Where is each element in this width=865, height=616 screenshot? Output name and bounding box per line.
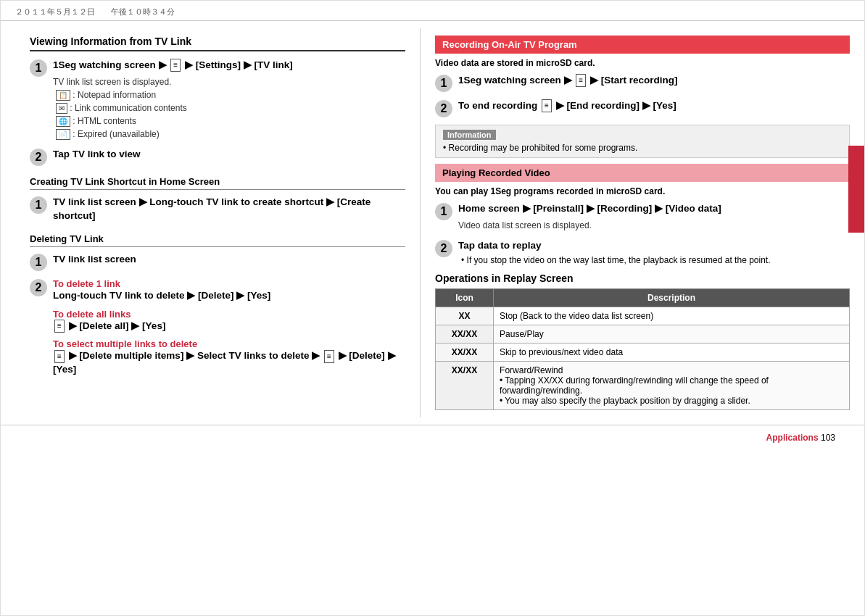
play-step-1: 1 Home screen ▶ [Preinstall] ▶ [Recordin… xyxy=(435,202,850,232)
menu-icon-4: ≡ xyxy=(324,350,334,363)
footer-page: 103 xyxy=(821,433,835,443)
step-4-main: TV link list screen xyxy=(53,253,405,267)
page-footer: Applications 103 xyxy=(1,425,864,450)
step-num-1: 1 xyxy=(30,59,47,77)
ops-desc-1: Stop (Back to the video data list screen… xyxy=(494,307,850,325)
footer-app-label: Applications xyxy=(766,433,819,443)
step-4-content: TV link list screen xyxy=(53,253,405,267)
ops-title: Operations in Replay Screen xyxy=(435,272,850,284)
table-row: XX/XX Forward/Rewind • Tapping XX/XX dur… xyxy=(436,361,850,409)
playing-sub: You can play 1Seg programs recorded in m… xyxy=(435,186,850,196)
ops-table: Icon Description XX Stop (Back to the vi… xyxy=(435,288,850,410)
play-step-1-main: Home screen ▶ [Preinstall] ▶ [Recording]… xyxy=(458,202,850,216)
rec-step-2-content: To end recording ≡ ▶ [End recording] ▶ [… xyxy=(458,99,850,113)
play-step-1-content: Home screen ▶ [Preinstall] ▶ [Recording]… xyxy=(458,202,850,232)
playing-section-header: Playing Recorded Video xyxy=(435,164,850,182)
step-num-3: 1 xyxy=(30,196,47,214)
rec-step-1: 1 1Seg watching screen ▶ ≡ ▶ [Start reco… xyxy=(435,74,850,92)
play-step-2-content: Tap data to replay If you stop the video… xyxy=(458,239,850,265)
step-1: 1 1Seg watching screen ▶ ≡ ▶ [Settings] … xyxy=(30,59,405,141)
ops-desc-3: Skip to previous/next video data xyxy=(494,343,850,361)
delete-all-text: ≡ ▶ [Delete all] ▶ [Yes] xyxy=(53,320,405,333)
table-row: XX Stop (Back to the video data list scr… xyxy=(436,307,850,325)
step-3: 1 TV link list screen ▶ Long-touch TV li… xyxy=(30,196,405,223)
step-num-2: 2 xyxy=(30,149,47,166)
left-column: Viewing Information from TV Link 1 1Seg … xyxy=(1,28,421,417)
step-1-content: 1Seg watching screen ▶ ≡ ▶ [Settings] ▶ … xyxy=(53,59,405,141)
delete-1-label: To delete 1 link xyxy=(53,278,405,289)
ops-desc-2: Pause/Play xyxy=(494,325,850,343)
step-5-content: To delete 1 link Long-touch TV link to d… xyxy=(53,278,405,378)
rec-step-num-1: 1 xyxy=(435,75,452,92)
page-wrapper: ２０１１年５月１２日 午後１０時３４分 Viewing Information … xyxy=(0,0,865,616)
ops-icon-2: XX/XX xyxy=(436,325,494,343)
section1-title: Viewing Information from TV Link xyxy=(30,36,405,51)
section3-title: Deleting TV Link xyxy=(30,233,405,247)
play-step-num-2: 2 xyxy=(435,240,452,257)
step-1-sub-text: TV link list screen is displayed. xyxy=(53,75,405,88)
step-1-main: 1Seg watching screen ▶ ≡ ▶ [Settings] ▶ … xyxy=(53,59,405,72)
ops-icon-3: XX/XX xyxy=(436,343,494,361)
menu-icon-1: ≡ xyxy=(170,59,181,72)
delete-1-text: Long-touch TV link to delete ▶ [Delete] … xyxy=(53,289,405,303)
menu-icon-r2: ≡ xyxy=(542,99,552,112)
recording-section-header: Recording On-Air TV Program xyxy=(435,36,850,54)
ops-icon-4: XX/XX xyxy=(436,361,494,409)
step-num-4: 1 xyxy=(30,254,47,271)
red-accent-block xyxy=(848,146,864,233)
step-2-main: Tap TV link to view xyxy=(53,148,405,162)
page-header: ２０１１年５月１２日 午後１０時３４分 xyxy=(1,1,864,21)
menu-icon-r1: ≡ xyxy=(576,74,586,87)
right-column: Recording On-Air TV Program Video data a… xyxy=(421,28,864,417)
rec-step-1-content: 1Seg watching screen ▶ ≡ ▶ [Start record… xyxy=(458,74,850,88)
section2-title: Creating TV Link Shortcut in Home Screen xyxy=(30,176,405,190)
ops-icon-1: XX xyxy=(436,307,494,325)
menu-icon-2: ≡ xyxy=(54,320,65,333)
menu-icon-3: ≡ xyxy=(54,350,65,363)
step-num-5: 2 xyxy=(30,279,47,296)
info-box: Information • Recording may be prohibite… xyxy=(435,125,850,158)
recording-sub: Video data are stored in microSD card. xyxy=(435,58,850,68)
delete-all-label: To delete all links xyxy=(53,309,405,320)
info-label: Information xyxy=(443,130,496,140)
icon-list: 📋 : Notepad information ✉ : Link communi… xyxy=(53,88,405,141)
table-row: XX/XX Skip to previous/next video data xyxy=(436,343,850,361)
header-date: ２０１１年５月１２日 午後１０時３４分 xyxy=(15,7,175,16)
step-4: 1 TV link list screen xyxy=(30,253,405,271)
play-step-2-main: Tap data to replay xyxy=(458,239,850,253)
step-3-main: TV link list screen ▶ Long-touch TV link… xyxy=(53,196,405,223)
ops-desc-4: Forward/Rewind • Tapping XX/XX during fo… xyxy=(494,361,850,409)
ops-col-icon: Icon xyxy=(436,288,494,307)
play-step-num-1: 1 xyxy=(435,203,452,220)
rec-step-2-main: To end recording ≡ ▶ [End recording] ▶ [… xyxy=(458,99,850,113)
icon-item-3: 🌐 : HTML contents xyxy=(53,115,405,128)
step-1-sub: TV link list screen is displayed. 📋 : No… xyxy=(53,75,405,141)
rec-step-2: 2 To end recording ≡ ▶ [End recording] ▶… xyxy=(435,99,850,117)
icon-item-4: 📄 : Expired (unavailable) xyxy=(53,128,405,141)
play-step-2: 2 Tap data to replay If you stop the vid… xyxy=(435,239,850,265)
step-2: 2 Tap TV link to view xyxy=(30,148,405,166)
icon-item-1: 📋 : Notepad information xyxy=(53,88,405,101)
step-3-content: TV link list screen ▶ Long-touch TV link… xyxy=(53,196,405,223)
table-row: XX/XX Pause/Play xyxy=(436,325,850,343)
delete-multiple-text: ≡ ▶ [Delete multiple items] ▶ Select TV … xyxy=(53,349,405,377)
step-2-content: Tap TV link to view xyxy=(53,148,405,162)
ops-col-desc: Description xyxy=(494,288,850,307)
play-step-1-sub: Video data list screen is displayed. xyxy=(458,219,850,232)
info-text: • Recording may be prohibited for some p… xyxy=(443,143,842,153)
step-5: 2 To delete 1 link Long-touch TV link to… xyxy=(30,278,405,378)
ops-table-header-row: Icon Description xyxy=(436,288,850,307)
delete-multiple-label: To select multiple links to delete xyxy=(53,338,405,349)
play-step-2-bullet: If you stop the video on the way last ti… xyxy=(458,255,850,265)
rec-step-num-2: 2 xyxy=(435,100,452,117)
rec-step-1-main: 1Seg watching screen ▶ ≡ ▶ [Start record… xyxy=(458,74,850,88)
icon-item-2: ✉ : Link communication contents xyxy=(53,101,405,115)
page-container: Viewing Information from TV Link 1 1Seg … xyxy=(1,21,864,425)
